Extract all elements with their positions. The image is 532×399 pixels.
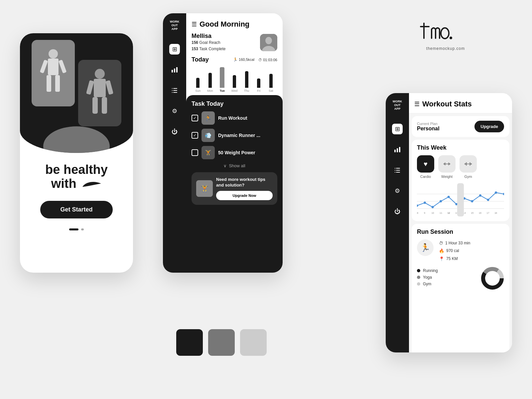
- svg-rect-7: [94, 79, 106, 97]
- week-cardio[interactable]: ♥ Cardio: [417, 155, 434, 179]
- p2-task-complete: 153 Task Complete: [192, 46, 226, 52]
- p2-user-avatar: [260, 34, 277, 51]
- avatar-svg: [260, 34, 277, 51]
- p3-current-plan: Current Plan Personal Upgrade: [412, 116, 509, 137]
- sidebar-chart-icon[interactable]: [169, 65, 180, 75]
- p3-sidebar-grid-icon[interactable]: ⊞: [392, 124, 403, 134]
- phone3-sidebar: WORKOUTAPP ⊞ ⚙ ⏻: [386, 93, 409, 352]
- cardio-label: Cardio: [420, 175, 431, 179]
- svg-text:10: 10: [432, 212, 434, 214]
- phone2-sidebar: WORKOUTAPP ⊞ ⚙ ⏻: [163, 13, 186, 273]
- gym-icon-btn[interactable]: [460, 155, 477, 173]
- svg-rect-49: [446, 164, 448, 164]
- list-icon: [171, 87, 178, 94]
- sidebar-settings-icon[interactable]: ⚙: [169, 106, 180, 116]
- p2-kcal: 🏃 160,5kcal: [233, 58, 254, 62]
- athlete-female-image: [32, 40, 75, 106]
- svg-point-69: [503, 193, 504, 195]
- week-weight[interactable]: Weight: [438, 155, 456, 179]
- svg-point-67: [487, 199, 489, 201]
- svg-rect-41: [396, 170, 400, 171]
- p3-pie-section: Running Yoga Gym: [417, 267, 504, 290]
- p3-sidebar-power-icon[interactable]: ⏻: [392, 206, 403, 217]
- p3-session-stats: 🏃 ⏱ 1 Hour 33 min 🔥 970 cal 📍 75 KM: [417, 239, 504, 263]
- p2-header: ☰ Good Morning: [186, 13, 283, 33]
- task-check-2[interactable]: ✓: [192, 132, 198, 139]
- promo-text: Need more workout tips and solution?: [216, 177, 273, 188]
- dot-inactive: [81, 228, 84, 230]
- chart-bar-mon: Mon: [205, 73, 215, 92]
- p2-username: Mellisa: [192, 33, 226, 40]
- p3-session-title: Run Session: [417, 228, 504, 235]
- tmo-svg-logo: [419, 20, 472, 43]
- p3-sidebar-list-icon[interactable]: [392, 165, 403, 176]
- chart-bar-tue[interactable]: Tue: [217, 67, 227, 92]
- male-athlete-svg: [86, 66, 113, 120]
- svg-rect-42: [395, 170, 395, 171]
- upgrade-plan-button[interactable]: Upgrade: [474, 121, 504, 132]
- swatch-black[interactable]: [176, 329, 203, 356]
- p3-plan-info: Current Plan Personal: [417, 122, 440, 132]
- get-started-button[interactable]: Get Started: [40, 201, 112, 218]
- legend-dot-yoga: [417, 276, 420, 279]
- p2-bar-chart: Sun Mon Tue Wed: [192, 66, 277, 92]
- chart-bar-fri: Fri: [254, 78, 264, 92]
- svg-text:11: 11: [440, 212, 442, 214]
- task-check-3[interactable]: [192, 149, 198, 156]
- phone2-main-content: ☰ Good Morning Mellisa 156 Goal Reach 15…: [186, 13, 283, 273]
- legend-yoga: Yoga: [417, 275, 475, 280]
- svg-rect-40: [395, 168, 395, 169]
- svg-rect-48: [448, 163, 449, 165]
- swatch-gray[interactable]: [208, 329, 235, 356]
- svg-text:17: 17: [487, 212, 489, 214]
- menu-icon-p2[interactable]: ☰: [192, 21, 197, 28]
- clock-icon: ⏱: [439, 239, 443, 247]
- svg-text:🏃: 🏃: [205, 115, 211, 121]
- svg-rect-10: [86, 80, 94, 95]
- task-thumb-3: 🏋: [201, 146, 215, 159]
- task-name-1: Run Workout: [218, 115, 247, 121]
- sidebar-grid-icon[interactable]: ⊞: [169, 44, 180, 55]
- cardio-icon-btn[interactable]: ♥: [417, 155, 434, 173]
- show-all-button[interactable]: ∨ Show all: [192, 163, 277, 168]
- chart-bar-wed: Wed: [229, 75, 240, 92]
- p3-sidebar-chart-icon[interactable]: [392, 144, 403, 155]
- svg-text:12: 12: [448, 212, 450, 214]
- legend-dot-running: [417, 269, 420, 272]
- athlete-male-image: [78, 60, 121, 126]
- p3-line-chart: 8 9 10 11 12 13 14 15 16 17 18: [417, 183, 504, 216]
- chart-bar-sun: Sun: [193, 78, 203, 92]
- svg-rect-11: [105, 80, 113, 95]
- sidebar-power-icon[interactable]: ⏻: [169, 126, 180, 137]
- svg-text:🏋: 🏋: [200, 185, 209, 193]
- session-distance: 📍 75 KM: [439, 255, 504, 263]
- svg-rect-5: [59, 60, 66, 73]
- upgrade-now-button[interactable]: Upgrade Now: [216, 191, 273, 200]
- phone1-splash: be healthy with Get Started: [20, 33, 133, 273]
- chart-bar-thu: Thu: [241, 71, 252, 92]
- svg-rect-3: [55, 75, 60, 92]
- sidebar-list-icon[interactable]: [169, 85, 180, 96]
- svg-rect-20: [172, 92, 173, 93]
- p3-sidebar-settings-icon[interactable]: ⚙: [392, 186, 403, 196]
- p3-session-info: ⏱ 1 Hour 33 min 🔥 970 cal 📍 75 KM: [439, 239, 504, 263]
- swatch-light-gray[interactable]: [240, 329, 267, 356]
- task-thumb-2: 💨: [201, 129, 215, 142]
- legend-dot-gym: [417, 282, 420, 286]
- weight-icon-btn[interactable]: [438, 155, 456, 173]
- p3-header: ☰ Workout Stats: [409, 93, 512, 113]
- p3-week-icons: ♥ Cardio Weig: [417, 155, 504, 179]
- sidebar-logo-p3: WORKOUTAPP: [393, 100, 402, 110]
- p3-stats-title: Workout Stats: [422, 100, 472, 108]
- svg-point-6: [95, 69, 105, 79]
- svg-point-85: [486, 272, 499, 285]
- menu-icon-p3[interactable]: ☰: [414, 100, 420, 108]
- p2-tasks-title: Task Today: [192, 100, 277, 107]
- task-item-3: 🏋 50 Weight Power: [192, 146, 277, 159]
- task-check-1[interactable]: ✓: [192, 115, 198, 121]
- week-gym[interactable]: Gym: [460, 155, 477, 179]
- svg-text:18: 18: [494, 212, 497, 214]
- svg-point-58: [417, 204, 418, 207]
- p2-promo-banner: 🏋 Need more workout tips and solution? U…: [192, 172, 277, 205]
- svg-rect-18: [172, 90, 173, 91]
